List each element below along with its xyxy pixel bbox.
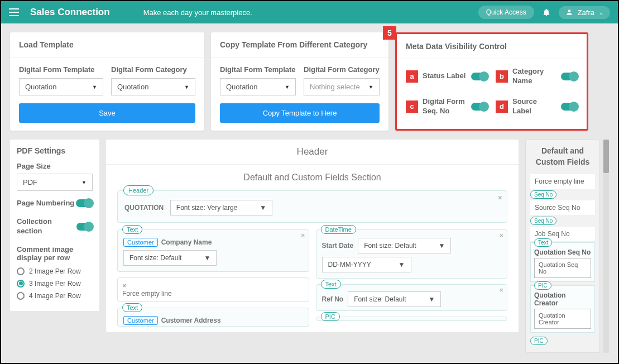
copy-button[interactable]: Copy Template to Here <box>220 103 380 123</box>
text-tag: Text <box>534 238 552 247</box>
user-menu[interactable]: Zafra ⌄ <box>559 6 610 19</box>
brand-title: Sales Connection <box>30 7 110 18</box>
close-icon[interactable]: × <box>122 282 304 290</box>
text-group: Text Quotation Seq No Quotation Seq No <box>530 242 595 282</box>
company-name-label: Company Name <box>161 238 212 246</box>
default-fields-panel: Default and Custom Fields Force empty li… <box>525 140 600 353</box>
user-name: Zafra <box>578 8 594 17</box>
meta-title: Meta Data Visibility Control <box>397 34 587 59</box>
default-fields-title: Default and Custom Fields <box>530 146 595 167</box>
pdf-settings-panel: PDF Settings Page Size PDF▼ Page Numberi… <box>10 140 99 311</box>
quotation-creator-label: Quotation Creator <box>534 291 591 307</box>
radio-3-per-row[interactable]: 3 Image Per Row <box>17 280 93 288</box>
template-select[interactable]: Quotation▼ <box>19 78 103 95</box>
datetime-block: DateTime × Start Date Font size: Default… <box>316 229 508 279</box>
copy-template-card: Copy Template From Different Category Di… <box>211 32 388 131</box>
scrollbar[interactable] <box>603 140 609 353</box>
seq-no-tag: Seq No <box>530 217 556 225</box>
category-label: Digital Form Category <box>111 65 195 74</box>
seq-no-text: Digital Form Seq. No <box>423 97 467 116</box>
page-numbering-label: Page Numbering <box>17 199 74 208</box>
source-label-text: Source Label <box>512 97 556 116</box>
annotation-c: c <box>406 100 418 113</box>
text-tag: Text <box>122 303 142 312</box>
font-size-select[interactable]: Font size: Default▼ <box>348 291 441 307</box>
caret-down-icon: ▼ <box>285 84 290 90</box>
save-button[interactable]: Save <box>19 103 195 123</box>
pic-tag: PIC <box>530 337 548 345</box>
text-block-refno: Text × Ref No Font size: Default▼ <box>316 284 508 311</box>
category-select[interactable]: Quotation▼ <box>111 78 195 95</box>
caret-down-icon: ▼ <box>81 180 87 185</box>
bell-icon[interactable] <box>542 8 551 17</box>
radio-2-per-row[interactable]: 2 Image Per Row <box>17 267 93 275</box>
pic-tag: PIC <box>534 281 551 290</box>
radio-icon <box>17 292 25 300</box>
meta-data-card: 5 Meta Data Visibility Control a Status … <box>395 32 588 131</box>
copy-category-select[interactable]: Nothing selecte▼ <box>304 78 380 95</box>
collection-section-toggle[interactable] <box>76 223 93 231</box>
pic-group: PIC Quotation Creator Quotation Creator <box>530 285 595 333</box>
header-field-card: Header × QUOTATION Font size: Very large… <box>117 190 507 223</box>
text-tag: Text <box>122 225 142 234</box>
customer-tag: Customer <box>123 238 158 247</box>
center-panel: Header Default and Custom Fields Section… <box>106 140 519 332</box>
page-size-select[interactable]: PDF▼ <box>17 174 93 191</box>
text-tag: Text <box>321 280 341 289</box>
source-seq-item[interactable]: Source Seq No <box>530 200 595 215</box>
tagline: Make each day your masterpiece. <box>143 8 252 17</box>
source-label-toggle[interactable] <box>561 103 578 111</box>
caret-down-icon: ▼ <box>439 242 445 250</box>
pic-tag: PIC <box>321 312 340 321</box>
close-icon[interactable]: × <box>301 231 305 240</box>
hamburger-icon[interactable] <box>9 8 19 16</box>
quotation-creator-box[interactable]: Quotation Creator <box>534 309 591 329</box>
category-name-text: Category Name <box>512 67 556 86</box>
load-template-title: Load Template <box>10 32 204 58</box>
customer-address-label: Customer Address <box>161 317 221 324</box>
caret-down-icon: ▼ <box>92 84 97 90</box>
text-block-address: Text CustomerCustomer Address <box>117 308 309 327</box>
page-numbering-toggle[interactable] <box>76 199 93 207</box>
collection-section-label: Collection section <box>17 217 76 236</box>
caret-down-icon: ▼ <box>368 84 373 90</box>
font-size-select[interactable]: Font size: Very large▼ <box>170 200 272 215</box>
seq-no-tag: Seq No <box>530 190 556 199</box>
close-icon[interactable]: × <box>499 286 503 294</box>
force-empty-line: × Force empty line <box>117 277 309 302</box>
pic-block: PIC <box>316 317 508 321</box>
copy-template-label: Digital Form Template <box>220 65 296 74</box>
caret-down-icon: ▼ <box>204 254 210 262</box>
header-section-title: Header <box>106 140 519 165</box>
date-format-select[interactable]: DD-MM-YYYY▼ <box>322 257 411 272</box>
close-icon[interactable]: × <box>498 193 502 202</box>
quotation-seq-label: Quotation Seq No <box>534 248 591 256</box>
page-size-label: Page Size <box>17 162 93 170</box>
pdf-settings-title: PDF Settings <box>17 146 93 155</box>
radio-4-per-row[interactable]: 4 Image Per Row <box>17 292 93 300</box>
copy-category-label: Digital Form Category <box>304 65 380 74</box>
annotation-5: 5 <box>383 26 396 40</box>
copy-template-select[interactable]: Quotation▼ <box>220 78 296 95</box>
load-template-card: Load Template Digital Form Template Quot… <box>10 32 204 131</box>
force-empty-item[interactable]: Force empty line <box>530 174 595 189</box>
caret-down-icon: ▼ <box>399 261 405 269</box>
template-label: Digital Form Template <box>19 65 103 74</box>
topbar: Sales Connection Make each day your mast… <box>1 1 618 23</box>
start-date-label: Start Date <box>322 242 354 250</box>
status-label-toggle[interactable] <box>471 73 488 80</box>
annotation-d: d <box>496 100 508 113</box>
text-block-company: Text × CustomerCompany Name Font size: D… <box>117 229 309 272</box>
quotation-seq-box[interactable]: Quotation Seq No <box>534 258 591 278</box>
quick-access-button[interactable]: Quick Access <box>478 6 534 19</box>
status-label-text: Status Label <box>423 71 467 81</box>
caret-down-icon: ▼ <box>184 84 189 90</box>
close-icon[interactable]: × <box>499 231 503 240</box>
seq-no-toggle[interactable] <box>471 103 488 111</box>
font-size-select[interactable]: Font size: Default▼ <box>123 250 217 266</box>
radio-icon <box>17 280 25 288</box>
font-size-select[interactable]: Font size: Default▼ <box>358 238 451 253</box>
category-name-toggle[interactable] <box>561 73 578 80</box>
svg-point-0 <box>568 9 570 12</box>
avatar-icon <box>565 8 573 16</box>
